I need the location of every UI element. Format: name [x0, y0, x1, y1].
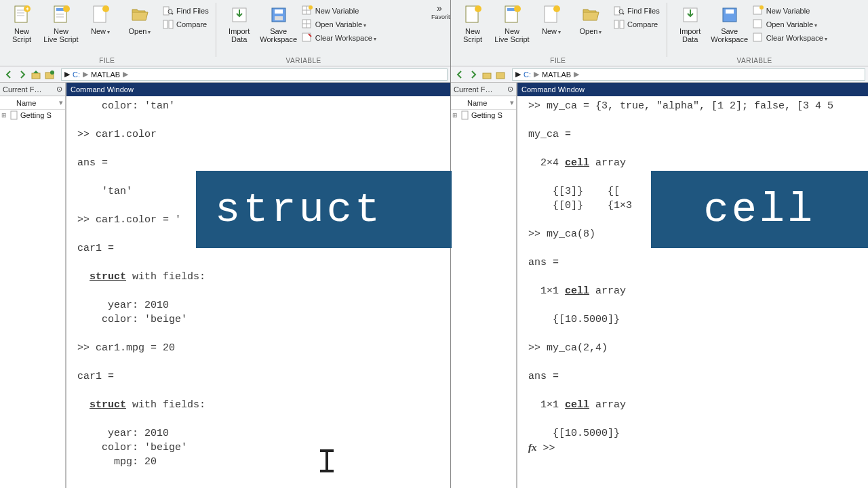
command-window-body[interactable]: >> my_ca = {3, true, "alpha", [1 2]; fal… [517, 96, 868, 488]
svg-rect-20 [275, 9, 283, 14]
command-window: Command Window color: 'tan' >> car1.colo… [66, 83, 450, 488]
new-button[interactable]: New [81, 3, 119, 38]
compare-icon [614, 19, 625, 30]
compare-button[interactable]: Compare [611, 18, 660, 31]
up-folder-icon[interactable] [481, 68, 493, 81]
toolstrip-overflow[interactable]: »Favorit [431, 3, 448, 20]
client-area: Current F… ⊙ Name ▾ ⊞ Getting S Command … [0, 83, 450, 488]
current-folder-header: Current F…⊙ [451, 83, 516, 96]
clear-workspace-label: Clear Workspace [766, 34, 827, 42]
clear-workspace-button[interactable]: Clear Workspace [299, 31, 379, 45]
path-sep-icon: ▶ [64, 70, 70, 79]
import-data-button[interactable]: ImportData [671, 3, 709, 45]
address-bar: ▶ C: ▶ MATLAB ▶ [451, 66, 868, 83]
svg-rect-55 [462, 111, 468, 119]
folder-item-label: Getting S [471, 111, 502, 119]
save-workspace-icon [719, 4, 741, 26]
find-files-button[interactable]: Find Files [611, 4, 663, 18]
new-icon [90, 4, 111, 26]
new-livescript-label: NewLive Script [43, 27, 78, 43]
current-folder-header: Current F… ⊙ [0, 83, 65, 96]
path-drive: C: [524, 70, 531, 79]
command-window: Command Window >> my_ca = {3, true, "alp… [517, 83, 868, 488]
import-data-label: ImportData [229, 27, 250, 43]
command-window-titlebar: Command Window [517, 83, 868, 96]
svg-point-8 [63, 5, 70, 12]
compare-button[interactable]: Compare [160, 18, 210, 31]
panel-options-icon[interactable]: ⊙ [507, 85, 513, 94]
back-icon[interactable] [3, 68, 15, 81]
open-variable-label: Open Variable [766, 20, 818, 28]
find-files-icon [614, 5, 625, 16]
separator [667, 3, 667, 57]
client-area: Current F…⊙ Name▾ ⊞Getting S Command Win… [451, 83, 868, 488]
path-box[interactable]: ▶ C: ▶ MATLAB ▶ [61, 68, 448, 81]
group-variable-label: VARIABLE [286, 57, 321, 66]
svg-rect-54 [496, 73, 505, 79]
find-files-button[interactable]: Find Files [160, 4, 212, 18]
new-script-button[interactable]: NewScript [454, 3, 492, 45]
open-variable-button[interactable]: Open Variable [299, 18, 370, 31]
command-window-body[interactable]: color: 'tan' >> car1.color ans = 'tan' >… [66, 96, 450, 488]
save-workspace-button[interactable]: SaveWorkspace [260, 3, 298, 45]
import-data-button[interactable]: ImportData [220, 3, 258, 45]
favorites-label: Favorit [431, 14, 450, 20]
svg-line-15 [172, 13, 173, 14]
separator [216, 3, 216, 57]
variable-small-buttons: New Variable Open Variable Clear Workspa… [299, 3, 387, 45]
cell-badge: cell [651, 171, 868, 248]
group-variable: ImportData SaveWorkspace New Variable Op… [218, 0, 390, 66]
new-variable-button[interactable]: New Variable [299, 4, 362, 18]
new-livescript-button[interactable]: NewLive Script [42, 3, 80, 45]
file-icon [460, 110, 470, 120]
column-name[interactable]: Name [12, 99, 59, 107]
back-icon[interactable] [454, 68, 466, 81]
new-livescript-icon [50, 4, 72, 26]
new-label: New [91, 27, 110, 37]
save-workspace-label: SaveWorkspace [260, 27, 297, 43]
new-variable-button[interactable]: New Variable [750, 4, 813, 18]
expand-icon[interactable]: ⊞ [452, 112, 459, 119]
struct-badge: struct [196, 171, 452, 248]
expand-icon[interactable]: ⊞ [1, 112, 8, 119]
find-files-label: Find Files [176, 7, 209, 15]
open-button[interactable]: Open [121, 3, 159, 38]
new-livescript-button[interactable]: NewLive Script [493, 3, 531, 45]
folder-item[interactable]: ⊞ Getting S [0, 110, 65, 121]
group-file: NewScript NewLive Script New Open Find F… [451, 0, 665, 66]
open-button[interactable]: Open [572, 3, 610, 38]
group-variable: ImportData SaveWorkspace New Variable Op… [669, 0, 841, 66]
new-script-icon: ✶ [11, 4, 33, 26]
new-icon [540, 4, 562, 26]
folder-item[interactable]: ⊞Getting S [451, 110, 516, 121]
path-sep-icon: ▶ [515, 70, 521, 79]
panel-options-icon[interactable]: ⊙ [56, 85, 62, 94]
clear-workspace-button[interactable]: Clear Workspace [750, 31, 830, 45]
column-name[interactable]: Name [463, 99, 510, 107]
browse-icon[interactable] [43, 68, 56, 81]
save-workspace-button[interactable]: SaveWorkspace [711, 3, 749, 45]
up-folder-icon[interactable] [30, 68, 42, 81]
group-variable-label: VARIABLE [737, 57, 772, 66]
console-output: >> my_ca = {3, true, "alpha", [1 2]; fal… [528, 99, 863, 441]
find-files-label: Find Files [627, 7, 660, 15]
forward-icon[interactable] [16, 68, 28, 81]
new-script-label: NewScript [463, 27, 482, 43]
open-folder-icon [580, 4, 601, 26]
svg-point-12 [102, 5, 109, 12]
svg-point-50 [760, 5, 764, 9]
new-button[interactable]: New [532, 3, 570, 38]
svg-rect-30 [32, 73, 40, 79]
new-script-button[interactable]: ✶ NewScript [3, 3, 41, 45]
path-box[interactable]: ▶ C: ▶ MATLAB ▶ [512, 68, 865, 81]
save-workspace-label: SaveWorkspace [711, 27, 748, 43]
open-variable-button[interactable]: Open Variable [750, 18, 821, 31]
path-sep-icon: ▶ [534, 70, 539, 79]
fx-prompt[interactable]: fx >> [528, 441, 863, 455]
svg-line-43 [623, 13, 624, 14]
clear-workspace-label: Clear Workspace [315, 34, 376, 42]
svg-rect-45 [620, 20, 624, 28]
browse-icon[interactable] [494, 68, 507, 81]
forward-icon[interactable] [467, 68, 479, 81]
path-sep-icon: ▶ [83, 70, 88, 79]
